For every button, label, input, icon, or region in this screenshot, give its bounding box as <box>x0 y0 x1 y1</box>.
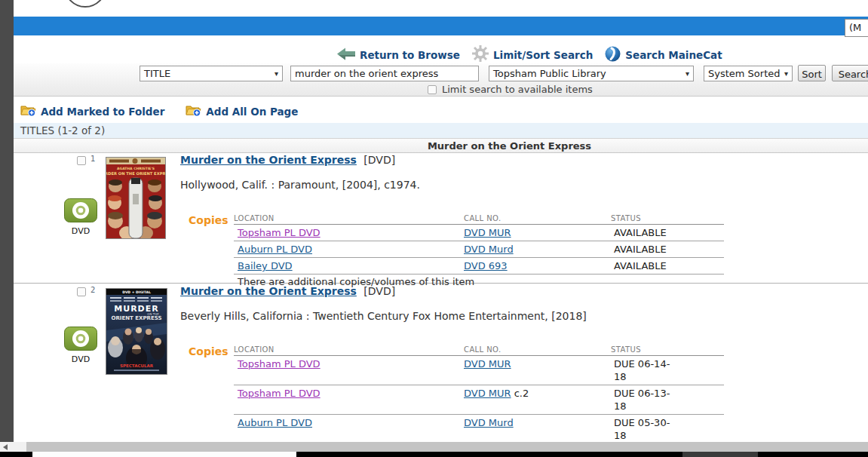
copy-status: AVAILABLE <box>611 258 679 274</box>
record-2-format: [DVD] <box>363 285 395 297</box>
record-1-cover-image[interactable]: AGATHA CHRISTIE'S MURDER ON THE ORIENT E… <box>106 157 166 239</box>
copy-row: Auburn PL DVD DVD Murd AVAILABLE <box>234 241 724 258</box>
dropdown-arrow-icon: ▾ <box>784 69 792 78</box>
folder-actions-row: Add Marked to Folder Add All On Page <box>14 100 298 123</box>
record-1-title-link[interactable]: Murder on the Orient Express <box>180 154 357 166</box>
result-record-1: 1 AGATHA CHRISTIE'S MURDER ON THE ORIENT… <box>14 153 868 284</box>
limit-available-row: Limit search to available items <box>428 84 593 95</box>
copy-row: Bailey DVD DVD 693 AVAILABLE <box>234 258 724 275</box>
taskbar-edge <box>0 452 868 457</box>
call-no-link[interactable]: DVD MUR <box>464 227 511 238</box>
add-marked-to-folder-button[interactable]: Add Marked to Folder <box>20 104 164 120</box>
add-marked-label: Add Marked to Folder <box>41 106 164 118</box>
sort-select[interactable]: System Sorted ▾ <box>704 66 793 81</box>
cover-1-byline: AGATHA CHRISTIE'S <box>117 167 155 170</box>
record-2-copies-label: Copies <box>189 345 229 357</box>
call-no-link[interactable]: DVD MUR <box>464 358 511 370</box>
taskbar-edge-light <box>32 452 296 457</box>
add-all-label: Add All On Page <box>206 106 298 118</box>
record-2-checkbox[interactable] <box>77 287 86 296</box>
browser-side-strip <box>0 0 14 451</box>
location-link[interactable]: Bailey DVD <box>238 260 293 271</box>
copy-status: AVAILABLE <box>611 241 679 257</box>
return-to-browse-link[interactable]: Return to Browse <box>337 48 460 63</box>
call-no-header: CALL NO. <box>464 212 611 224</box>
call-no-link[interactable]: DVD MUR <box>464 388 511 399</box>
location-link[interactable]: Auburn PL DVD <box>238 244 312 255</box>
scrollbar-thumb[interactable] <box>26 442 868 452</box>
status-header: STATUS <box>611 212 679 224</box>
top-band <box>14 0 868 17</box>
location-link[interactable]: Topsham PL DVD <box>238 388 321 399</box>
result-record-2: 2 DVD + DIGITAL MURDER ON THE ORIENT EXP… <box>14 284 868 455</box>
sort-select-value: System Sorted <box>708 68 781 79</box>
cover-2-banner: DVD + DIGITAL <box>122 290 151 294</box>
copy-status: DUE 06-13-18 <box>611 385 679 414</box>
location-link[interactable]: Topsham PL DVD <box>238 358 321 370</box>
nav-row: Return to Browse Limit/Sort Search <box>337 45 722 65</box>
call-no-header: CALL NO. <box>464 343 611 355</box>
record-2-publication: Beverly Hills, California : Twentieth Ce… <box>180 310 587 322</box>
record-1-copies-label: Copies <box>189 214 229 226</box>
location-header: LOCATION <box>234 343 464 355</box>
scope-select-value: Topsham Public Library <box>493 68 606 79</box>
dropdown-arrow-icon: ▾ <box>275 69 282 78</box>
location-link[interactable]: Auburn PL DVD <box>238 417 312 428</box>
call-no-link[interactable]: DVD Murd <box>464 417 514 428</box>
gear-icon <box>472 45 489 65</box>
catalog-page: (M Return to Browse <box>0 0 868 457</box>
record-1-checkbox[interactable] <box>77 156 86 165</box>
titles-count-bar: TITLES (1-2 of 2) <box>14 123 868 138</box>
index-select[interactable]: TITLE ▾ <box>140 66 283 81</box>
taskbar-edge-gray <box>682 452 758 457</box>
copy-status: AVAILABLE <box>611 225 679 241</box>
dvd-disc-icon <box>64 339 97 354</box>
location-header: LOCATION <box>234 212 464 224</box>
copies-header-row: LOCATION CALL NO. STATUS <box>234 212 724 225</box>
copy-row: Auburn PL DVD DVD Murd DUE 05-30-18 <box>234 415 724 444</box>
header-search-box[interactable]: (M <box>845 19 868 37</box>
scroll-left-arrow-icon[interactable] <box>3 444 8 450</box>
search-query-input[interactable] <box>290 66 479 81</box>
record-2-cover-image[interactable]: DVD + DIGITAL MURDER ON THE ORIENT EXPRE… <box>106 288 167 375</box>
copy-row: Topsham PL DVD DVD MUR c.2 DUE 06-13-18 <box>234 385 724 415</box>
copies-header-row: LOCATION CALL NO. STATUS <box>234 343 724 356</box>
return-to-browse-label: Return to Browse <box>360 49 460 61</box>
record-1-media-label: DVD <box>63 226 98 236</box>
back-arrow-icon <box>337 48 355 63</box>
call-no-link[interactable]: DVD Murd <box>464 244 514 255</box>
record-2-title-link[interactable]: Murder on the Orient Express <box>180 285 357 297</box>
dvd-disc-icon <box>64 211 97 225</box>
copy-status: DUE 05-30-18 <box>611 415 679 443</box>
record-1-number: 1 <box>90 155 95 163</box>
horizontal-scrollbar[interactable] <box>0 442 868 452</box>
call-no-link[interactable]: DVD 693 <box>464 260 508 271</box>
record-1-copies-table: LOCATION CALL NO. STATUS Topsham PL DVD … <box>234 212 724 287</box>
limit-sort-link[interactable]: Limit/Sort Search <box>472 45 593 65</box>
header-blue-bar <box>14 17 868 35</box>
add-all-on-page-button[interactable]: Add All On Page <box>186 104 298 120</box>
library-logo <box>64 0 106 8</box>
limit-available-checkbox[interactable] <box>428 85 437 94</box>
sort-button[interactable]: Sort <box>798 65 826 81</box>
record-2-copies-table: LOCATION CALL NO. STATUS Topsham PL DVD … <box>234 343 724 457</box>
search-mainecat-link[interactable]: Search MaineCat <box>605 46 722 65</box>
search-mainecat-label: Search MaineCat <box>625 49 722 61</box>
record-2-number: 2 <box>90 286 95 294</box>
dropdown-arrow-icon: ▾ <box>686 69 693 78</box>
limit-available-label: Limit search to available items <box>442 84 593 95</box>
search-button[interactable]: Search <box>832 65 868 81</box>
record-1-media: DVD <box>63 198 98 236</box>
record-1-title-line: Murder on the Orient Express [DVD] <box>180 154 395 166</box>
record-1-format: [DVD] <box>363 154 395 166</box>
folder-plus-icon <box>186 104 201 120</box>
record-2-media: DVD <box>63 327 98 364</box>
record-2-media-label: DVD <box>63 354 98 364</box>
location-link[interactable]: Topsham PL DVD <box>238 227 321 238</box>
folder-plus-icon <box>20 104 36 120</box>
mainecat-globe-icon <box>605 46 621 65</box>
scope-select[interactable]: Topsham Public Library ▾ <box>489 66 694 81</box>
record-1-publication: Hollywood, Calif. : Paramount, [2004], c… <box>180 179 420 191</box>
cover-1-title: MURDER ON THE ORIENT EXPRESS <box>106 171 165 176</box>
index-select-value: TITLE <box>144 68 170 79</box>
